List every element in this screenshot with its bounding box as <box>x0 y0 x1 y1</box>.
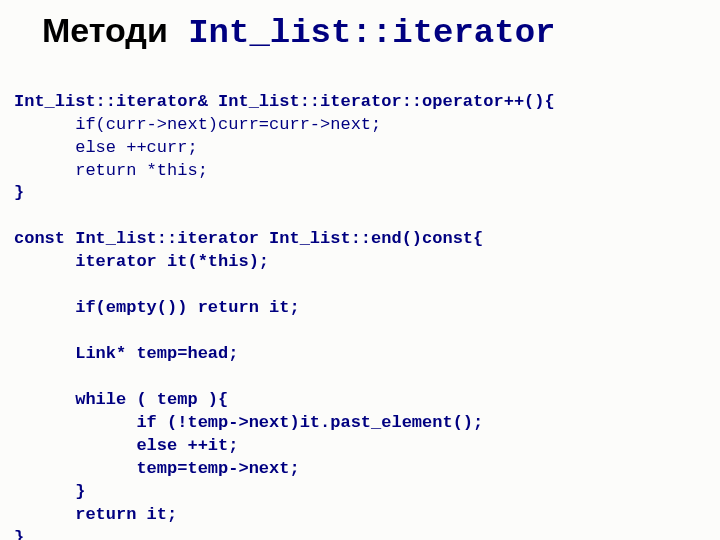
slide-title: Методи Int_list::iterator <box>42 10 706 54</box>
code-line: Int_list::iterator& Int_list::iterator::… <box>14 92 555 111</box>
code-line: const Int_list::iterator Int_list::end()… <box>14 229 483 248</box>
slide: Методи Int_list::iterator Int_list::iter… <box>0 0 720 540</box>
title-word: Методи <box>42 11 168 49</box>
code-line: if (!temp->next)it.past_element(); <box>14 413 483 432</box>
code-block: Int_list::iterator& Int_list::iterator::… <box>14 68 706 540</box>
code-line: return *this; <box>14 161 208 180</box>
code-line: else ++curr; <box>14 138 198 157</box>
code-line: if(empty()) return it; <box>14 298 300 317</box>
code-line: Link* temp=head; <box>14 344 238 363</box>
code-line: while ( temp ){ <box>14 390 228 409</box>
code-line: } <box>14 183 24 202</box>
code-line: } <box>14 482 85 501</box>
code-line: else ++it; <box>14 436 238 455</box>
title-code: Int_list::iterator <box>188 14 555 52</box>
code-line: temp=temp->next; <box>14 459 300 478</box>
code-line: return it; <box>14 505 177 524</box>
code-line: if(curr->next)curr=curr->next; <box>14 115 381 134</box>
code-line: } <box>14 528 24 540</box>
code-line: iterator it(*this); <box>14 252 269 271</box>
